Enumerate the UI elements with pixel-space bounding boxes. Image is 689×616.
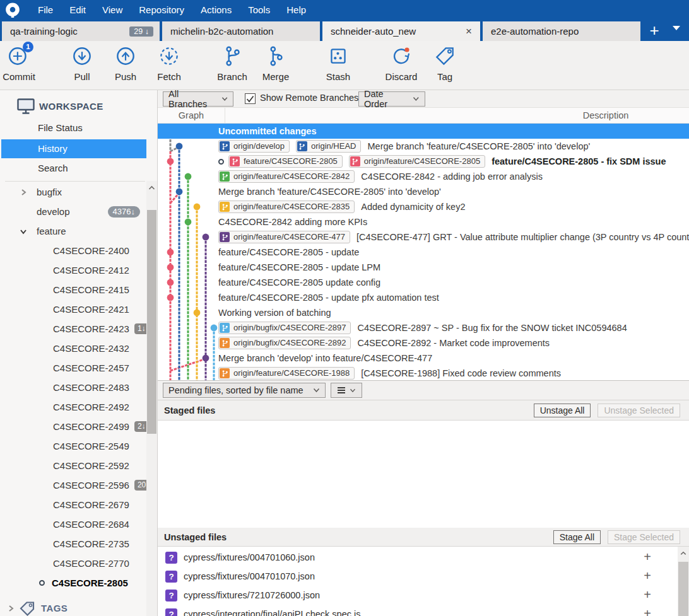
ref-badge[interactable]: origin/feature/C4SECORE-477 xyxy=(218,231,350,243)
branch-item-C4SECORE-2499[interactable]: C4SECORE-24992↓ xyxy=(0,417,146,436)
unstaged-file-row[interactable]: ? cypress/fixtures/004701070.json + xyxy=(158,567,675,586)
stage-file-button[interactable]: + xyxy=(641,589,654,601)
scroll-up-icon[interactable] xyxy=(148,183,156,194)
commit-row-uncommitted[interactable]: Uncommitted changes xyxy=(158,124,689,139)
branch-item-C4SECORE-2596[interactable]: C4SECORE-259620↓ xyxy=(0,475,146,495)
branch-item-C4SECORE-2492[interactable]: C4SECORE-2492 xyxy=(0,397,146,417)
commit-row[interactable]: origin/bugfix/C4SECORE-2892C4SECORE-2892… xyxy=(158,335,689,351)
branch-item-C4SECORE-2483[interactable]: C4SECORE-2483 xyxy=(0,378,146,397)
merge-button[interactable]: Merge xyxy=(249,44,302,82)
commit-row[interactable]: origin/feature/C4SECORE-1988[C4SECORE-19… xyxy=(158,366,689,380)
commit-row[interactable]: origin/feature/C4SECORE-477[C4SECORE-477… xyxy=(158,230,689,245)
menu-item-file[interactable]: File xyxy=(30,0,61,20)
unstaged-file-row[interactable]: ? cypress/fixtures/004701060.json + xyxy=(158,548,675,567)
ref-badge[interactable]: origin/feature/C4SECORE-2835 xyxy=(218,200,355,213)
branch-item-C4SECORE-2457[interactable]: C4SECORE-2457 xyxy=(0,358,146,378)
commit-row[interactable]: origin/feature/C4SECORE-2842C4SECORE-284… xyxy=(158,169,689,184)
file-list-scrollbar[interactable] xyxy=(678,547,689,616)
new-tab-button[interactable]: + xyxy=(645,21,664,40)
ref-badge[interactable]: feature/C4SECORE-2805 xyxy=(228,155,343,168)
tag-button[interactable]: Tag xyxy=(418,44,471,82)
chevron-down-icon[interactable] xyxy=(19,227,28,236)
graph-column-header[interactable]: Graph xyxy=(158,108,225,123)
sidebar-scroll-thumb[interactable] xyxy=(147,210,156,434)
description-column-header[interactable]: Description xyxy=(543,108,669,123)
tags-section[interactable]: TAGS xyxy=(0,598,146,616)
show-remote-checkbox[interactable] xyxy=(245,93,256,104)
file-scroll-thumb[interactable] xyxy=(678,562,688,616)
staged-files-list[interactable] xyxy=(158,421,689,528)
sidebar-item-history[interactable]: History xyxy=(1,139,146,158)
branch-item-C4SECORE-2421[interactable]: C4SECORE-2421 xyxy=(0,299,146,319)
chevron-right-icon[interactable] xyxy=(19,188,28,197)
branch-item-C4SECORE-2592[interactable]: C4SECORE-2592 xyxy=(0,456,146,475)
repo-tab-schneider-auto_new[interactable]: schneider-auto_new× xyxy=(322,21,480,41)
ref-badge[interactable]: origin/develop xyxy=(218,140,290,153)
branch-item-develop[interactable]: develop4376↓ xyxy=(0,202,146,221)
repo-tab-michelin-b2c-automation[interactable]: michelin-b2c-automation xyxy=(162,21,320,41)
branch-item-C4SECORE-2684[interactable]: C4SECORE-2684 xyxy=(0,514,146,534)
stage-file-button[interactable]: + xyxy=(641,570,654,583)
menu-item-tools[interactable]: Tools xyxy=(240,0,278,20)
commit-row[interactable]: origin/developorigin/HEADMerge branch 'f… xyxy=(158,139,689,154)
ref-badge[interactable]: origin/feature/C4SECORE-2805 xyxy=(349,155,485,168)
stage-file-button[interactable]: + xyxy=(641,608,654,616)
commit-button[interactable]: 1 Commit xyxy=(0,44,45,82)
stage-all-button[interactable]: Stage All xyxy=(553,530,601,544)
commit-row[interactable]: feature/C4SECORE-2805 update config xyxy=(158,275,689,290)
unstage-selected-button[interactable]: Unstage Selected xyxy=(598,404,680,417)
close-tab-icon[interactable]: × xyxy=(464,26,474,37)
branch-item-C4SECORE-2679[interactable]: C4SECORE-2679 xyxy=(0,495,146,514)
commit-row[interactable]: C4SECORE-2842 adding more KPIs xyxy=(158,214,689,230)
menu-item-help[interactable]: Help xyxy=(278,0,314,20)
workspace-header[interactable]: WORKSPACE xyxy=(0,96,146,116)
ref-badge[interactable]: origin/bugfix/C4SECORE-2897 xyxy=(218,322,351,334)
menu-item-edit[interactable]: Edit xyxy=(61,0,94,20)
stage-selected-button[interactable]: Stage Selected xyxy=(608,530,680,544)
ref-badge[interactable]: origin/feature/C4SECORE-1988 xyxy=(218,367,355,380)
branch-item-C4SECORE-2770[interactable]: C4SECORE-2770 xyxy=(0,554,146,573)
branch-item-C4SECORE-2735[interactable]: C4SECORE-2735 xyxy=(0,534,146,554)
commit-row[interactable]: Merge branch 'develop' into feature/C4SE… xyxy=(158,351,689,366)
sidebar-item-search[interactable]: Search xyxy=(0,160,146,177)
menu-item-repository[interactable]: Repository xyxy=(131,0,192,20)
commit-row[interactable]: feature/C4SECORE-2805 - update LPM xyxy=(158,260,689,275)
stash-button[interactable]: Stash xyxy=(312,44,365,82)
unstaged-file-row[interactable]: ? cypress/fixtures/7210726000.json + xyxy=(158,586,675,605)
tab-list-dropdown-icon[interactable] xyxy=(673,26,680,30)
pending-files-dropdown[interactable]: Pending files, sorted by file name xyxy=(163,383,326,398)
order-dropdown[interactable]: Date Order xyxy=(358,91,425,107)
fetch-button[interactable]: Fetch xyxy=(143,44,196,82)
file-view-options-button[interactable] xyxy=(331,383,362,398)
ref-badge[interactable]: origin/HEAD xyxy=(296,140,362,153)
commit-row[interactable]: Working version of batching xyxy=(158,305,689,320)
sidebar-item-file-status[interactable]: File Status xyxy=(0,119,146,137)
commit-row[interactable]: feature/C4SECORE-2805 - update pfx autom… xyxy=(158,290,689,305)
sidebar-scrollbar[interactable] xyxy=(146,181,157,616)
commit-row[interactable]: origin/feature/C4SECORE-2835Added dynami… xyxy=(158,199,689,214)
menu-item-actions[interactable]: Actions xyxy=(192,0,240,20)
commit-row[interactable]: feature/C4SECORE-2805origin/feature/C4SE… xyxy=(158,154,689,169)
branch-item-feature[interactable]: feature xyxy=(0,221,146,241)
stage-file-button[interactable]: + xyxy=(641,551,654,564)
branch-item-bugfix[interactable]: bugfix xyxy=(0,182,146,202)
branch-item-C4SECORE-2412[interactable]: C4SECORE-2412 xyxy=(0,260,146,280)
unstaged-file-row[interactable]: ? cypress/integration/final/apiPLcheck.s… xyxy=(158,605,675,616)
branch-item-C4SECORE-2400[interactable]: C4SECORE-2400 xyxy=(0,241,146,260)
branch-item-C4SECORE-2432[interactable]: C4SECORE-2432 xyxy=(0,339,146,358)
branch-item-C4SECORE-2805[interactable]: C4SECORE-2805 xyxy=(0,573,146,593)
ref-badge[interactable]: origin/bugfix/C4SECORE-2892 xyxy=(218,337,351,349)
commit-row[interactable]: origin/bugfix/C4SECORE-2897C4SECORE-2897… xyxy=(158,320,689,335)
menu-item-view[interactable]: View xyxy=(94,0,131,20)
ref-badge[interactable]: origin/feature/C4SECORE-2842 xyxy=(218,170,355,183)
repo-tab-e2e-automation-repo[interactable]: e2e-automation-repo xyxy=(483,21,640,41)
commit-row[interactable]: Merge branch 'feature/C4SECORE-2805' int… xyxy=(158,184,689,199)
branch-item-C4SECORE-2549[interactable]: C4SECORE-2549 xyxy=(0,436,146,456)
branch-item-C4SECORE-2415[interactable]: C4SECORE-2415 xyxy=(0,280,146,299)
branches-filter-dropdown[interactable]: All Branches xyxy=(163,91,233,107)
commit-row[interactable]: feature/C4SECORE-2805 - update xyxy=(158,245,689,260)
branch-item-C4SECORE-2423[interactable]: C4SECORE-24231↓ xyxy=(0,319,146,339)
unstage-all-button[interactable]: Unstage All xyxy=(534,404,591,417)
scroll-up-icon[interactable] xyxy=(680,549,687,559)
repo-tab-qa-training-logic[interactable]: qa-training-logic29 ↓ xyxy=(2,21,160,41)
